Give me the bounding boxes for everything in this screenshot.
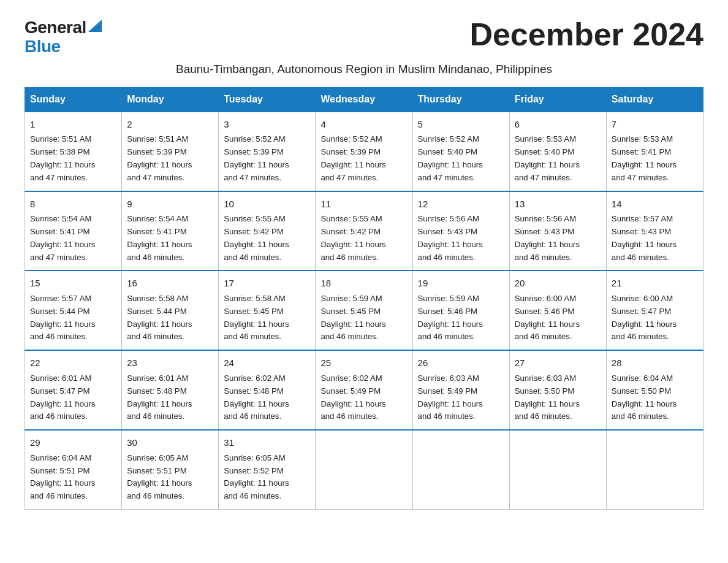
logo-triangle-icon	[88, 20, 102, 32]
calendar-cell: 11 Sunrise: 5:55 AMSunset: 5:42 PMDaylig…	[316, 191, 412, 271]
day-info: Sunrise: 5:59 AMSunset: 5:46 PMDaylight:…	[418, 294, 483, 342]
week-row-1: 1 Sunrise: 5:51 AMSunset: 5:38 PMDayligh…	[25, 112, 703, 191]
day-number: 24	[224, 356, 310, 370]
day-info: Sunrise: 5:57 AMSunset: 5:44 PMDaylight:…	[30, 294, 95, 342]
day-number: 8	[30, 197, 116, 211]
day-number: 13	[515, 197, 601, 211]
day-info: Sunrise: 5:53 AMSunset: 5:40 PMDaylight:…	[515, 134, 580, 182]
day-number: 30	[127, 435, 213, 450]
day-number: 20	[515, 276, 601, 290]
day-info: Sunrise: 5:52 AMSunset: 5:39 PMDaylight:…	[320, 134, 385, 182]
day-number: 3	[224, 117, 310, 131]
day-number: 29	[30, 435, 116, 450]
calendar-cell: 19 Sunrise: 5:59 AMSunset: 5:46 PMDaylig…	[412, 270, 509, 350]
day-number: 6	[515, 117, 601, 131]
calendar-cell: 17 Sunrise: 5:58 AMSunset: 5:45 PMDaylig…	[219, 270, 316, 350]
calendar-cell: 2 Sunrise: 5:51 AMSunset: 5:39 PMDayligh…	[122, 112, 219, 191]
day-number: 19	[418, 276, 504, 290]
calendar-cell: 31 Sunrise: 6:05 AMSunset: 5:52 PMDaylig…	[219, 430, 316, 509]
calendar-cell	[412, 430, 509, 509]
day-info: Sunrise: 5:54 AMSunset: 5:41 PMDaylight:…	[127, 214, 192, 262]
calendar-cell: 4 Sunrise: 5:52 AMSunset: 5:39 PMDayligh…	[316, 112, 412, 191]
calendar-cell	[509, 430, 606, 509]
calendar-cell: 3 Sunrise: 5:52 AMSunset: 5:39 PMDayligh…	[219, 112, 316, 191]
day-number: 10	[224, 197, 310, 211]
day-info: Sunrise: 5:56 AMSunset: 5:43 PMDaylight:…	[515, 214, 580, 262]
day-info: Sunrise: 5:52 AMSunset: 5:40 PMDaylight:…	[418, 134, 483, 182]
day-number: 27	[515, 356, 601, 370]
calendar-cell: 24 Sunrise: 6:02 AMSunset: 5:48 PMDaylig…	[219, 350, 316, 430]
calendar-cell: 25 Sunrise: 6:02 AMSunset: 5:49 PMDaylig…	[316, 350, 412, 430]
calendar-cell: 21 Sunrise: 6:00 AMSunset: 5:47 PMDaylig…	[606, 270, 703, 350]
calendar-table: SundayMondayTuesdayWednesdayThursdayFrid…	[25, 87, 703, 510]
header-thursday: Thursday	[412, 87, 509, 112]
calendar-cell: 7 Sunrise: 5:53 AMSunset: 5:41 PMDayligh…	[606, 112, 703, 191]
day-info: Sunrise: 5:53 AMSunset: 5:41 PMDaylight:…	[612, 134, 677, 182]
week-row-5: 29 Sunrise: 6:04 AMSunset: 5:51 PMDaylig…	[25, 430, 703, 509]
calendar-subtitle: Baunu-Timbangan, Autonomous Region in Mu…	[25, 63, 703, 76]
day-info: Sunrise: 5:58 AMSunset: 5:45 PMDaylight:…	[224, 294, 289, 342]
calendar-cell: 16 Sunrise: 5:58 AMSunset: 5:44 PMDaylig…	[122, 270, 219, 350]
calendar-cell: 29 Sunrise: 6:04 AMSunset: 5:51 PMDaylig…	[25, 430, 122, 509]
day-number: 26	[418, 356, 504, 370]
day-number: 18	[320, 276, 407, 290]
day-number: 16	[127, 276, 213, 290]
calendar-cell: 18 Sunrise: 5:59 AMSunset: 5:45 PMDaylig…	[316, 270, 412, 350]
calendar-cell: 22 Sunrise: 6:01 AMSunset: 5:47 PMDaylig…	[25, 350, 122, 430]
svg-marker-0	[88, 20, 102, 32]
day-info: Sunrise: 6:03 AMSunset: 5:49 PMDaylight:…	[418, 373, 483, 421]
calendar-cell: 28 Sunrise: 6:04 AMSunset: 5:50 PMDaylig…	[606, 350, 703, 430]
day-number: 21	[612, 276, 698, 290]
day-info: Sunrise: 5:51 AMSunset: 5:39 PMDaylight:…	[127, 134, 192, 182]
day-number: 9	[127, 197, 213, 211]
day-info: Sunrise: 6:05 AMSunset: 5:51 PMDaylight:…	[127, 453, 192, 501]
day-info: Sunrise: 5:58 AMSunset: 5:44 PMDaylight:…	[127, 294, 192, 342]
day-number: 22	[30, 356, 116, 370]
day-info: Sunrise: 6:04 AMSunset: 5:50 PMDaylight:…	[612, 373, 677, 421]
day-info: Sunrise: 6:01 AMSunset: 5:48 PMDaylight:…	[127, 373, 192, 421]
calendar-cell: 10 Sunrise: 5:55 AMSunset: 5:42 PMDaylig…	[219, 191, 316, 271]
day-number: 1	[30, 117, 116, 131]
calendar-cell: 26 Sunrise: 6:03 AMSunset: 5:49 PMDaylig…	[412, 350, 509, 430]
day-info: Sunrise: 5:55 AMSunset: 5:42 PMDaylight:…	[224, 214, 289, 262]
day-info: Sunrise: 6:03 AMSunset: 5:50 PMDaylight:…	[515, 373, 580, 421]
header-monday: Monday	[122, 87, 219, 112]
calendar-cell: 20 Sunrise: 6:00 AMSunset: 5:46 PMDaylig…	[509, 270, 606, 350]
day-number: 23	[127, 356, 213, 370]
day-info: Sunrise: 6:05 AMSunset: 5:52 PMDaylight:…	[224, 453, 289, 501]
calendar-cell: 15 Sunrise: 5:57 AMSunset: 5:44 PMDaylig…	[25, 270, 122, 350]
day-info: Sunrise: 6:01 AMSunset: 5:47 PMDaylight:…	[30, 373, 95, 421]
calendar-cell: 14 Sunrise: 5:57 AMSunset: 5:43 PMDaylig…	[606, 191, 703, 271]
week-row-4: 22 Sunrise: 6:01 AMSunset: 5:47 PMDaylig…	[25, 350, 703, 430]
day-info: Sunrise: 5:54 AMSunset: 5:41 PMDaylight:…	[30, 214, 95, 262]
calendar-cell: 6 Sunrise: 5:53 AMSunset: 5:40 PMDayligh…	[509, 112, 606, 191]
calendar-header-row: SundayMondayTuesdayWednesdayThursdayFrid…	[25, 87, 703, 112]
day-number: 11	[320, 197, 407, 211]
calendar-cell: 12 Sunrise: 5:56 AMSunset: 5:43 PMDaylig…	[412, 191, 509, 271]
day-number: 4	[320, 117, 407, 131]
day-number: 17	[224, 276, 310, 290]
calendar-cell: 9 Sunrise: 5:54 AMSunset: 5:41 PMDayligh…	[122, 191, 219, 271]
month-title: December 2024	[469, 18, 703, 50]
day-info: Sunrise: 5:55 AMSunset: 5:42 PMDaylight:…	[320, 214, 385, 262]
calendar-cell: 27 Sunrise: 6:03 AMSunset: 5:50 PMDaylig…	[509, 350, 606, 430]
day-info: Sunrise: 5:59 AMSunset: 5:45 PMDaylight:…	[320, 294, 385, 342]
day-number: 31	[224, 435, 310, 450]
calendar-cell: 5 Sunrise: 5:52 AMSunset: 5:40 PMDayligh…	[412, 112, 509, 191]
header-tuesday: Tuesday	[219, 87, 316, 112]
day-info: Sunrise: 6:04 AMSunset: 5:51 PMDaylight:…	[30, 453, 95, 501]
day-number: 5	[418, 117, 504, 131]
page-header: General Blue December 2024	[25, 18, 703, 56]
day-number: 14	[612, 197, 698, 211]
day-number: 28	[612, 356, 698, 370]
calendar-cell: 1 Sunrise: 5:51 AMSunset: 5:38 PMDayligh…	[25, 112, 122, 191]
logo-blue: Blue	[25, 37, 61, 56]
header-sunday: Sunday	[25, 87, 122, 112]
day-info: Sunrise: 6:00 AMSunset: 5:46 PMDaylight:…	[515, 294, 580, 342]
header-wednesday: Wednesday	[316, 87, 412, 112]
day-info: Sunrise: 5:52 AMSunset: 5:39 PMDaylight:…	[224, 134, 289, 182]
day-number: 7	[612, 117, 698, 131]
day-info: Sunrise: 6:02 AMSunset: 5:49 PMDaylight:…	[320, 373, 385, 421]
day-info: Sunrise: 5:56 AMSunset: 5:43 PMDaylight:…	[418, 214, 483, 262]
calendar-cell	[606, 430, 703, 509]
